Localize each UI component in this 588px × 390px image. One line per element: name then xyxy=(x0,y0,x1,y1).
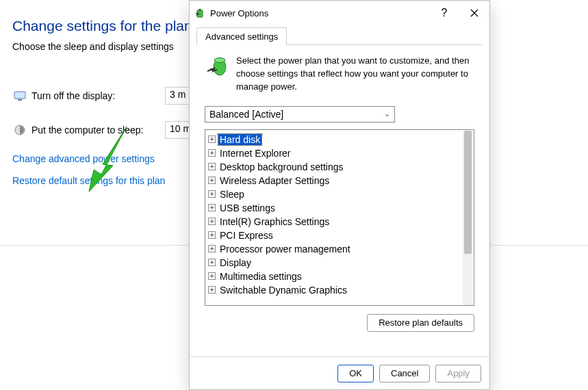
tree-item-label: Hard disk xyxy=(218,134,261,145)
expand-icon[interactable]: + xyxy=(208,259,216,266)
tree-item-label: USB settings xyxy=(218,203,277,213)
tree-item[interactable]: +Processor power management xyxy=(207,242,472,256)
display-off-label: Turn off the display: xyxy=(31,90,165,101)
expand-icon[interactable]: + xyxy=(208,245,216,252)
tree-item-label: Processor power management xyxy=(218,244,352,255)
sleep-icon xyxy=(12,122,27,138)
tree-item-label: Switchable Dynamic Graphics xyxy=(218,285,348,296)
tree-item[interactable]: +Switchable Dynamic Graphics xyxy=(207,283,472,297)
svg-rect-7 xyxy=(210,68,214,70)
tree-item-label: Intel(R) Graphics Settings xyxy=(218,216,331,227)
tree-item[interactable]: +Intel(R) Graphics Settings xyxy=(207,215,472,229)
ok-button[interactable]: OK xyxy=(337,365,374,382)
expand-icon[interactable]: + xyxy=(208,218,216,225)
svg-rect-4 xyxy=(199,9,201,10)
apply-button[interactable]: Apply xyxy=(435,365,481,382)
expand-icon[interactable]: + xyxy=(208,177,216,184)
tree-item-label: PCI Express xyxy=(218,230,274,241)
expand-icon[interactable]: + xyxy=(208,272,216,280)
help-button[interactable]: ? xyxy=(429,7,459,19)
cancel-button[interactable]: Cancel xyxy=(379,365,430,382)
tree-item-label: Display xyxy=(218,257,253,268)
dialog-intro-text: Select the power plan that you want to c… xyxy=(236,55,474,94)
dialog-title: Power Options xyxy=(210,8,268,18)
svg-rect-1 xyxy=(18,99,22,101)
tree-item-label: Internet Explorer xyxy=(218,148,292,159)
power-plan-select[interactable]: Balanced [Active] ⌄ xyxy=(205,106,395,122)
expand-icon[interactable]: + xyxy=(208,286,216,294)
expand-icon[interactable]: + xyxy=(208,135,216,143)
tree-item-label: Sleep xyxy=(218,189,246,200)
close-button[interactable] xyxy=(459,1,489,25)
battery-icon xyxy=(195,8,206,18)
scrollbar[interactable] xyxy=(463,131,473,306)
expand-icon[interactable]: + xyxy=(208,231,216,239)
tree-item[interactable]: +Multimedia settings xyxy=(207,270,472,283)
expand-icon[interactable]: + xyxy=(208,163,216,170)
tab-advanced-settings[interactable]: Advanced settings xyxy=(196,27,287,45)
tree-item[interactable]: +Desktop background settings xyxy=(207,160,472,174)
svg-point-6 xyxy=(214,58,225,63)
tree-item-label: Wireless Adapter Settings xyxy=(218,175,331,186)
tree-item[interactable]: +Wireless Adapter Settings xyxy=(207,174,472,187)
display-icon xyxy=(12,88,27,103)
settings-tree[interactable]: +Hard disk+Internet Explorer+Desktop bac… xyxy=(205,129,474,306)
expand-icon[interactable]: + xyxy=(208,149,216,157)
tree-item[interactable]: +Hard disk xyxy=(207,133,472,146)
power-options-dialog: Power Options ? Advanced settings Select… xyxy=(189,0,490,390)
expand-icon[interactable]: + xyxy=(208,204,216,211)
tree-item[interactable]: +Display xyxy=(207,256,472,270)
power-plan-icon xyxy=(205,55,229,79)
sleep-label: Put the computer to sleep: xyxy=(31,125,165,135)
svg-rect-0 xyxy=(14,92,25,99)
tree-item[interactable]: +Sleep xyxy=(207,187,472,201)
tree-item[interactable]: +USB settings xyxy=(207,201,472,215)
tree-item-label: Desktop background settings xyxy=(218,161,345,172)
tree-item-label: Multimedia settings xyxy=(218,271,303,282)
plan-select-value: Balanced [Active] xyxy=(209,109,283,120)
scrollbar-thumb[interactable] xyxy=(464,131,472,254)
chevron-down-icon: ⌄ xyxy=(384,109,390,118)
tree-item[interactable]: +PCI Express xyxy=(207,229,472,242)
display-off-dropdown[interactable]: 3 m xyxy=(165,87,190,105)
restore-plan-defaults-button[interactable]: Restore plan defaults xyxy=(367,314,474,332)
expand-icon[interactable]: + xyxy=(208,190,216,198)
tree-item[interactable]: +Internet Explorer xyxy=(207,146,472,160)
